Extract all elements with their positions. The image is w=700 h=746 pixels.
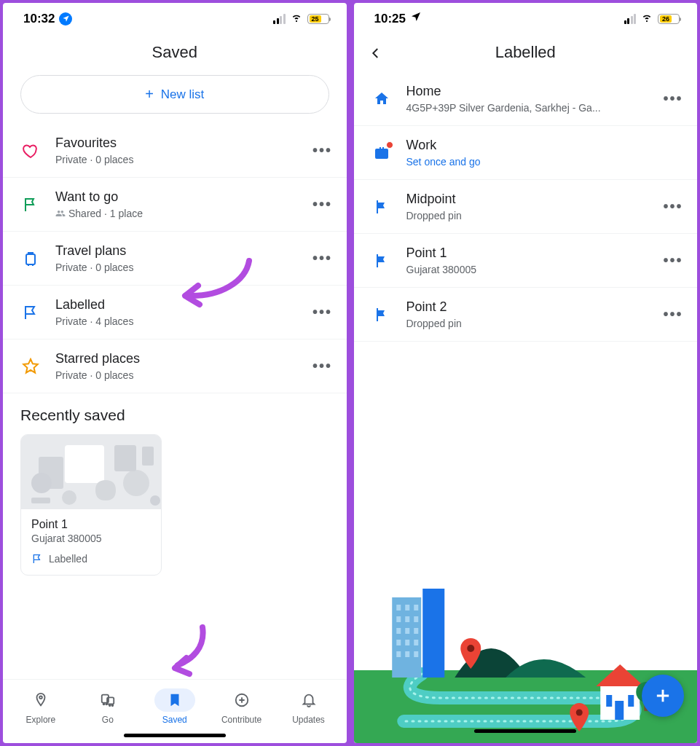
location-icon [410,11,422,26]
bookmark-icon [167,692,183,708]
plus-icon: + [145,86,154,103]
svg-rect-25 [396,616,401,622]
recent-tag: Labelled [31,553,151,565]
svg-point-4 [31,473,52,493]
svg-point-44 [575,710,582,716]
plus-icon [653,686,673,706]
svg-point-5 [123,470,149,496]
svg-rect-6 [114,445,136,471]
pin-icon [33,692,49,708]
more-menu-button[interactable]: ••• [662,304,684,326]
flag-icon [371,305,392,325]
recent-title: Point 1 [31,518,151,531]
list-row-labelled[interactable]: Labelled Private · 4 places ••• [3,286,347,339]
briefcase-icon [371,143,392,163]
annotation-arrow-icon [160,623,219,681]
home-indicator[interactable] [124,734,226,737]
list-row-travel-plans[interactable]: Travel plans Private · 0 places ••• [3,232,347,286]
more-menu-button[interactable]: ••• [312,194,334,216]
svg-point-14 [103,704,104,705]
svg-rect-30 [414,628,418,634]
page-title: Labelled [354,43,698,62]
status-bar: 10:25 26 [354,3,698,30]
battery-icon: 25 [307,14,329,24]
more-menu-button[interactable]: ••• [662,88,684,110]
labelled-row-point2[interactable]: Point 2 Dropped pin ••• [354,288,698,342]
add-fab-button[interactable] [642,675,684,717]
page-title: Saved [3,43,347,62]
svg-rect-36 [414,651,418,657]
flag-icon [371,197,392,217]
svg-rect-31 [396,640,401,645]
cellular-icon [624,14,637,24]
location-active-icon [59,12,72,25]
transit-icon [100,692,116,708]
flag-outline-icon [20,195,41,215]
list-row-favourites[interactable]: Favourites Private · 0 places ••• [3,124,347,178]
plus-circle-icon [234,692,250,708]
svg-rect-39 [628,695,634,707]
labelled-row-home[interactable]: Home 4G5P+39P Silver Gardenia, Sarkhej -… [354,72,698,126]
saved-screen: 10:32 25 Saved + New list [3,3,347,743]
list-row-want-to-go[interactable]: Want to go Shared · 1 place ••• [3,178,347,232]
home-icon [371,89,392,109]
svg-rect-28 [396,628,401,634]
labelled-row-midpoint[interactable]: Midpoint Dropped pin ••• [354,180,698,234]
svg-rect-22 [396,605,401,610]
svg-point-16 [109,704,111,706]
labelled-row-work[interactable]: Work Set once and go [354,126,698,180]
notification-badge-icon [386,141,393,149]
svg-point-10 [150,495,160,506]
more-menu-button[interactable]: ••• [312,248,334,270]
svg-rect-21 [422,589,444,678]
svg-rect-9 [142,447,154,466]
wifi-icon [640,10,653,27]
cellular-icon [273,14,286,24]
svg-point-43 [467,645,474,652]
recent-saved-card[interactable]: Point 1 Gujarat 380005 Labelled [20,434,162,576]
bottom-nav: Explore Go Saved Contribute Updates [3,679,347,729]
svg-point-17 [111,704,113,706]
svg-rect-8 [31,498,50,503]
svg-point-7 [62,490,76,505]
nav-saved[interactable]: Saved [149,686,200,728]
new-list-label: New list [161,87,205,102]
svg-rect-24 [414,605,418,610]
nav-contribute[interactable]: Contribute [216,686,267,728]
more-menu-button[interactable]: ••• [662,196,684,218]
svg-rect-35 [405,651,409,657]
status-indicators: 26 [624,10,680,27]
svg-rect-23 [405,605,409,610]
svg-rect-32 [405,640,409,645]
status-time: 10:32 [23,12,55,26]
recent-subtitle: Gujarat 380005 [31,533,151,544]
battery-icon: 26 [658,14,680,24]
svg-rect-38 [606,695,612,707]
svg-rect-34 [396,651,401,657]
nav-explore[interactable]: Explore [15,686,66,728]
back-button[interactable] [366,43,386,63]
more-menu-button[interactable]: ••• [312,302,334,323]
more-menu-button[interactable]: ••• [662,250,684,272]
nav-updates[interactable]: Updates [283,686,334,728]
more-menu-button[interactable]: ••• [312,140,334,162]
nav-go[interactable]: Go [82,686,133,728]
recent-thumbnail [21,435,161,509]
wifi-icon [290,10,303,27]
svg-rect-0 [26,254,35,264]
list-row-starred[interactable]: Starred places Private · 0 places ••• [3,339,347,393]
svg-rect-27 [414,616,418,622]
svg-point-11 [39,696,42,699]
home-indicator[interactable] [474,729,576,733]
new-list-button[interactable]: + New list [20,75,329,114]
bell-icon [301,692,317,708]
labelled-row-point1[interactable]: Point 1 Gujarat 380005 ••• [354,234,698,288]
header: Saved [3,30,347,72]
svg-rect-26 [405,616,409,622]
heart-icon [20,141,41,161]
more-menu-button[interactable]: ••• [312,356,334,377]
labelled-screen: 10:25 26 Labelled Home [354,3,698,743]
flag-icon [371,251,392,271]
recently-saved-heading: Recently saved [3,393,347,434]
star-icon [20,356,41,377]
